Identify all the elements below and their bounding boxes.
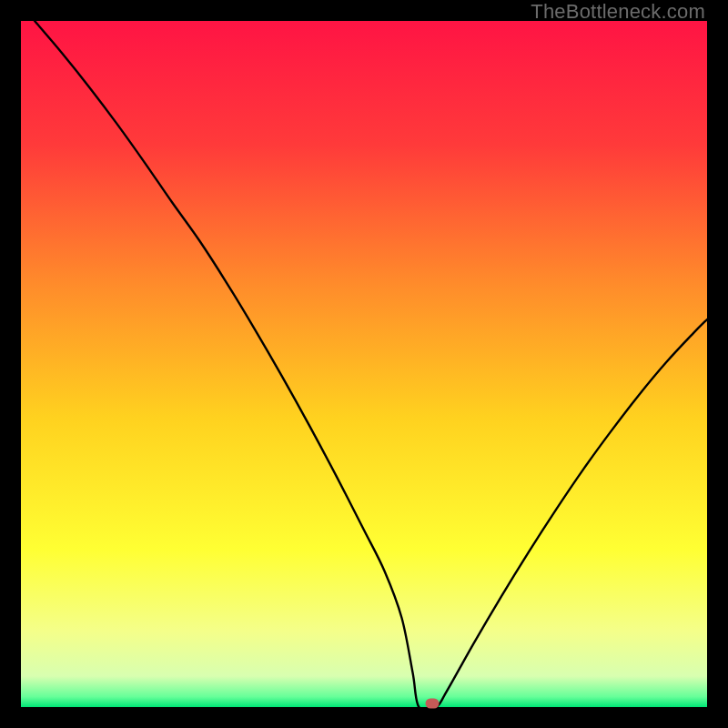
chart-frame: TheBottleneck.com: [0, 0, 728, 728]
bottleneck-curve: [21, 21, 707, 707]
plot-area: [21, 21, 707, 707]
optimal-point-marker: [426, 699, 440, 709]
watermark-label: TheBottleneck.com: [531, 0, 705, 24]
